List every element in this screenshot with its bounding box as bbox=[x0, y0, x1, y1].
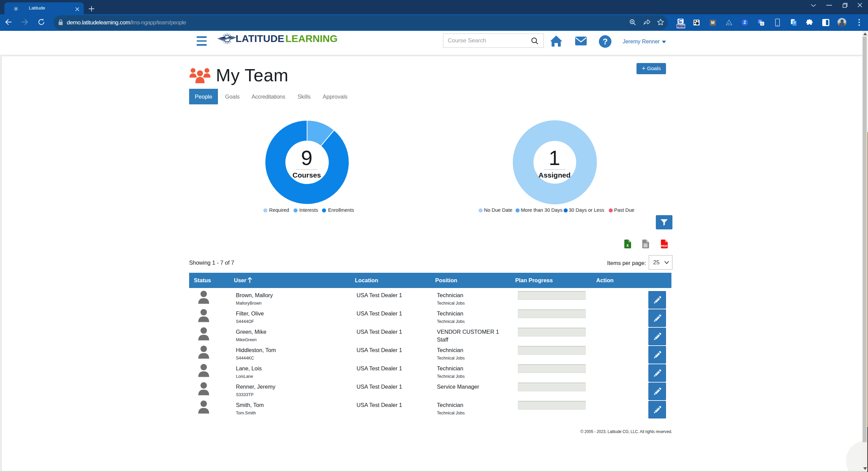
svg-text:a+: a+ bbox=[728, 22, 730, 24]
svg-text:x: x bbox=[626, 243, 629, 248]
svg-text:PDF: PDF bbox=[661, 244, 668, 248]
svg-text:G: G bbox=[761, 22, 763, 25]
